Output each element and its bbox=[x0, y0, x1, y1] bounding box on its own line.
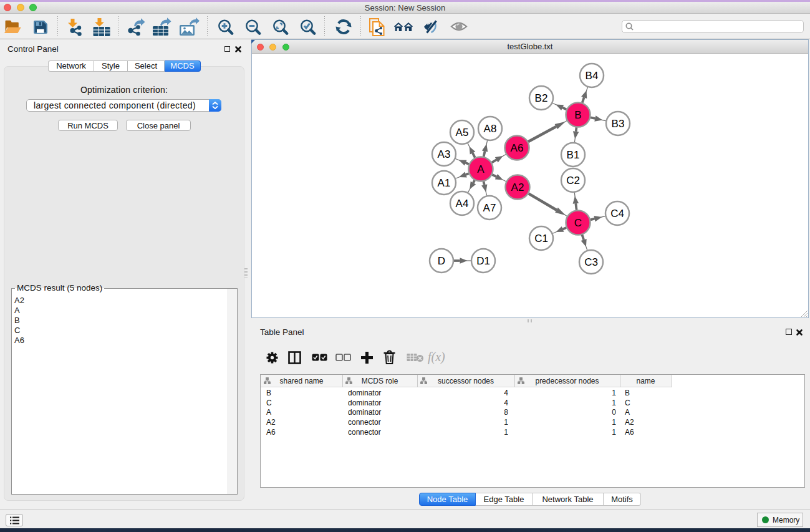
svg-text:A3: A3 bbox=[438, 148, 451, 160]
svg-text:A1: A1 bbox=[438, 177, 451, 189]
svg-text:B2: B2 bbox=[535, 92, 548, 104]
svg-text:A: A bbox=[477, 163, 485, 175]
svg-text:C1: C1 bbox=[534, 233, 548, 244]
svg-text:A6: A6 bbox=[511, 142, 524, 154]
svg-text:D1: D1 bbox=[476, 255, 490, 267]
svg-text:A7: A7 bbox=[483, 202, 496, 214]
svg-text:A2: A2 bbox=[511, 181, 524, 193]
svg-text:C: C bbox=[574, 217, 582, 229]
svg-text:D: D bbox=[438, 255, 445, 267]
svg-text:B3: B3 bbox=[612, 118, 625, 130]
svg-text:C4: C4 bbox=[610, 208, 624, 220]
svg-text:A8: A8 bbox=[484, 123, 497, 135]
svg-text:A4: A4 bbox=[456, 198, 469, 210]
svg-text:A5: A5 bbox=[456, 127, 469, 138]
svg-text:B: B bbox=[574, 109, 581, 121]
svg-text:C2: C2 bbox=[566, 175, 580, 186]
svg-text:C3: C3 bbox=[584, 256, 598, 268]
svg-text:B4: B4 bbox=[586, 70, 599, 82]
svg-text:B1: B1 bbox=[567, 149, 580, 161]
